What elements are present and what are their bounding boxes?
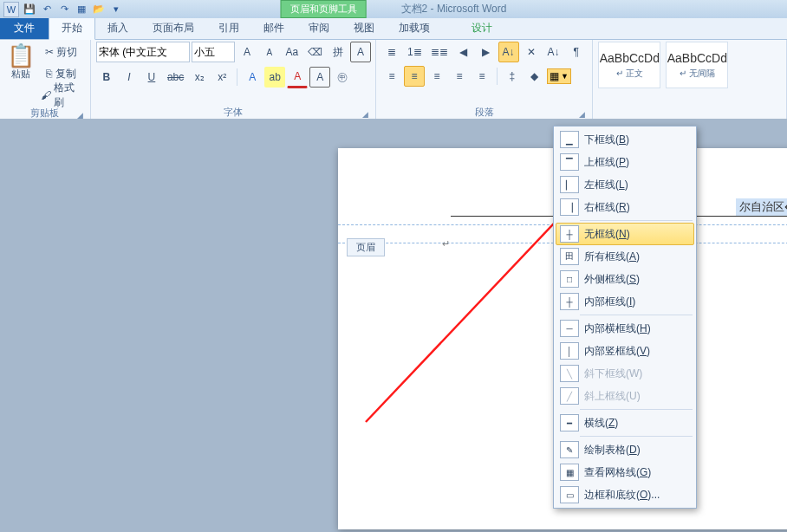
separator [497,68,498,85]
menu-item-borders-dialog[interactable]: ▭边框和底纹(O)... [556,483,694,506]
style-normal[interactable]: AaBbCcDd ↵ 正文 [598,42,660,88]
border-left-icon: ▏ [560,176,579,193]
align-justify-button[interactable]: ≡ [449,66,470,87]
bullets-button[interactable]: ≣ [381,42,402,62]
font-color-button[interactable]: A [287,66,308,88]
launcher-icon[interactable]: ◢ [362,110,368,119]
multilevel-button[interactable]: ≣≣ [427,42,452,62]
border-top-icon: ▔ [560,153,579,171]
borders-dropdown-menu: ▁下框线(B) ▔上框线(P) ▏左框线(L) ▕右框线(R) ┼无框线(N) … [553,126,697,509]
border-diag-down-icon: ╲ [560,365,579,382]
document-title: 文档2 - Microsoft Word [401,2,507,16]
menu-item-outside-borders[interactable]: □外侧框线(S) [556,268,694,290]
borders-split-button[interactable]: ▦ ▼ [547,68,571,84]
menu-item-right-border[interactable]: ▕右框线(R) [556,196,694,218]
menu-item-left-border[interactable]: ▏左框线(L) [556,173,694,196]
qat-more-icon[interactable]: ▾ [109,3,123,16]
group-label-paragraph: 段落◢ [381,105,587,120]
cut-button[interactable]: ✂ 剪切 [37,42,85,62]
menu-item-view-gridlines[interactable]: ▦查看网格线(G) [556,461,694,483]
decrease-indent-button[interactable]: ◀ [453,42,474,62]
sort-button-2[interactable]: A↓ [543,42,564,62]
font-family-combo[interactable] [96,42,190,62]
show-marks-button[interactable]: ¶ [566,42,587,62]
menu-item-diag-up-border: ╱斜上框线(U) [556,385,694,407]
sort-button[interactable]: A↓ [498,42,519,62]
ribbon-tabs: 文件 开始 插入 页面布局 引用 邮件 审阅 视图 加载项 设计 [0,18,787,40]
menu-item-inside-h-border[interactable]: ─内部横框线(H) [556,317,694,340]
border-inside-v-icon: │ [560,342,579,360]
tab-home[interactable]: 开始 [49,16,95,40]
highlight-button[interactable]: ab [264,67,285,88]
menu-item-horizontal-line[interactable]: ━横线(Z) [556,412,694,434]
tab-review[interactable]: 审阅 [296,17,341,39]
shrink-font-button[interactable]: A [259,42,280,62]
tab-page-layout[interactable]: 页面布局 [140,17,206,39]
subscript-button[interactable]: x₂ [189,67,210,88]
clipboard-icon: 📋 [7,43,35,68]
tab-addins[interactable]: 加载项 [387,17,442,39]
title-center: 页眉和页脚工具 文档2 - Microsoft Word [281,0,507,18]
header-text-selection[interactable]: 尔自治区↵ [736,198,787,216]
distribute-button[interactable]: ≡ [472,66,492,87]
line-spacing-button[interactable]: ‡ [502,66,523,87]
numbering-button[interactable]: 1≣ [404,42,426,62]
tab-references[interactable]: 引用 [206,17,251,39]
tab-file[interactable]: 文件 [0,17,49,39]
bold-button[interactable]: B [96,67,117,88]
tab-design[interactable]: 设计 [459,17,504,39]
font-size-combo[interactable] [192,42,235,62]
text-effects-button[interactable]: A [242,67,263,88]
superscript-button[interactable]: x² [211,67,232,88]
align-right-button[interactable]: ≡ [426,66,447,87]
hline-icon: ━ [560,414,579,431]
contextual-tab-header-footer: 页眉和页脚工具 [281,0,367,18]
grid-icon: ▦ [560,464,579,481]
save-icon[interactable]: 💾 [23,3,36,16]
menu-separator [580,436,693,437]
strike-button[interactable]: abc [164,67,187,88]
group-clipboard: 📋 粘贴 ✂ 剪切 ⎘ 复制 🖌 格式刷 剪贴板◢ [0,40,91,120]
border-inside-h-icon: ─ [560,320,579,337]
menu-item-inside-v-border[interactable]: │内部竖框线(V) [556,340,694,362]
grow-font-button[interactable]: A [237,42,257,62]
format-painter-button[interactable]: 🖌 格式刷 [37,85,85,106]
italic-button[interactable]: I [119,67,140,88]
undo-icon[interactable]: ↶ [40,3,54,16]
tab-insert[interactable]: 插入 [95,17,140,39]
menu-item-bottom-border[interactable]: ▁下框线(B) [556,128,694,151]
align-center-button[interactable]: ≡ [404,66,425,87]
menu-item-inside-borders[interactable]: ┼内部框线(I) [556,290,694,313]
shading-button[interactable]: ◆ [524,66,545,87]
enclose-char-button[interactable]: ㊥ [332,67,353,88]
separator [237,68,237,86]
style-no-spacing[interactable]: AaBbCcDd ↵ 无间隔 [666,42,728,88]
increase-indent-button[interactable]: ▶ [476,42,497,62]
style-sample: AaBbCcDd [600,51,660,65]
ribbon: 📋 粘贴 ✂ 剪切 ⎘ 复制 🖌 格式刷 剪贴板◢ A A Aa ⌫ 拼 A [0,40,787,120]
tab-mailings[interactable]: 邮件 [251,17,296,39]
underline-button[interactable]: U [141,67,162,88]
change-case-button[interactable]: Aa [282,42,302,62]
launcher-icon[interactable]: ◢ [579,110,585,119]
menu-separator [580,315,693,315]
paste-button[interactable]: 📋 粘贴 [5,42,36,94]
align-left-button[interactable]: ≡ [381,66,402,87]
char-border-button[interactable]: A [350,42,371,62]
menu-item-top-border[interactable]: ▔上框线(P) [556,151,694,173]
tab-view[interactable]: 视图 [341,17,387,39]
phonetic-guide-button[interactable]: 拼 [328,42,348,62]
scissors-icon: ✂ [45,46,54,58]
new-doc-icon[interactable]: ▦ [75,3,88,16]
open-icon[interactable]: 📂 [92,3,106,16]
border-right-icon: ▕ [560,198,579,216]
menu-separator [580,409,693,410]
clear-format-button[interactable]: ⌫ [304,42,326,62]
style-sample: AaBbCcDd [667,51,727,65]
menu-item-all-borders[interactable]: 田所有框线(A) [556,245,694,268]
redo-icon[interactable]: ↷ [57,3,71,16]
asian-layout-button[interactable]: ✕ [521,42,542,62]
char-shading-button[interactable]: A [309,67,330,88]
menu-item-draw-table[interactable]: ✎绘制表格(D) [556,438,694,461]
menu-item-no-border[interactable]: ┼无框线(N) [556,223,694,245]
